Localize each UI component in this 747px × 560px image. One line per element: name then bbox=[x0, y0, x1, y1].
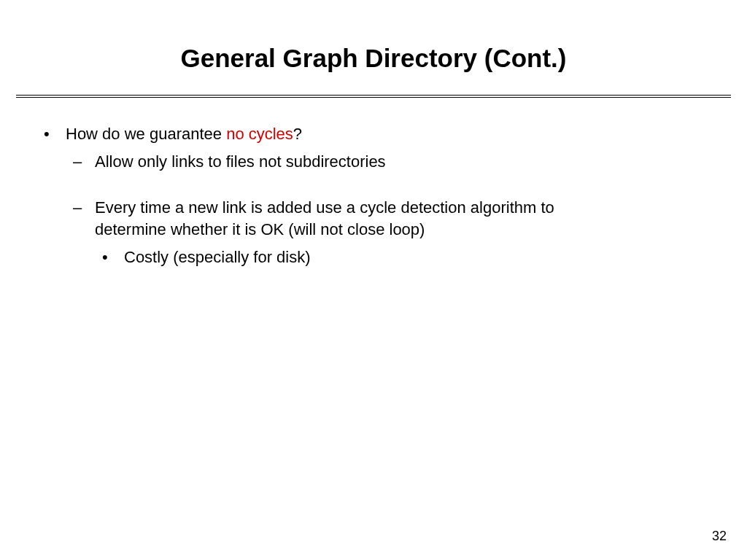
level1-highlight: no cycles bbox=[226, 125, 293, 143]
page-number: 32 bbox=[712, 529, 727, 544]
dash-icon: – bbox=[73, 151, 95, 173]
bullet-level2-b: – Every time a new link is added use a c… bbox=[73, 197, 703, 240]
dash-icon: – bbox=[73, 197, 95, 219]
slide-content: • How do we guarantee no cycles? – Allow… bbox=[0, 98, 747, 268]
level1-suffix: ? bbox=[293, 125, 302, 143]
slide-container: General Graph Directory (Cont.) • How do… bbox=[0, 0, 747, 560]
bullet-level1: • How do we guarantee no cycles? bbox=[44, 123, 703, 145]
bullet-dot-icon: • bbox=[44, 123, 66, 145]
level1-prefix: How do we guarantee bbox=[66, 125, 226, 143]
level2-a-text: Allow only links to files not subdirecto… bbox=[95, 151, 562, 173]
slide-title: General Graph Directory (Cont.) bbox=[0, 0, 747, 95]
level3-text: Costly (especially for disk) bbox=[124, 246, 703, 268]
bullet-level3: • Costly (especially for disk) bbox=[102, 246, 703, 268]
level2-b-text: Every time a new link is added use a cyc… bbox=[95, 197, 562, 240]
bullet-level2-a: – Allow only links to files not subdirec… bbox=[73, 151, 703, 173]
level1-text: How do we guarantee no cycles? bbox=[66, 123, 703, 145]
bullet-dot-icon: • bbox=[102, 246, 124, 268]
